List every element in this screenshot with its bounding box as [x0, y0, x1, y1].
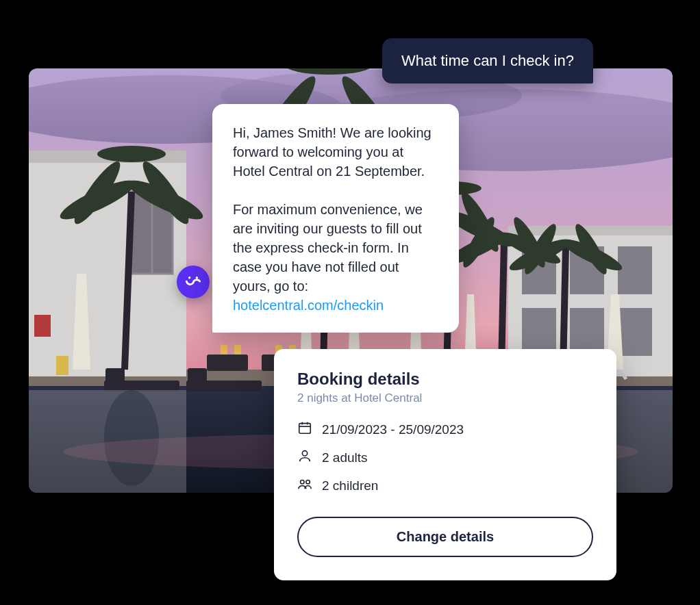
svg-rect-34 — [188, 368, 207, 383]
svg-rect-17 — [618, 246, 652, 294]
people-icon — [297, 476, 312, 495]
booking-title: Booking details — [297, 370, 593, 389]
assistant-logo-icon — [184, 272, 202, 292]
booking-children-row: 2 children — [297, 476, 593, 495]
booking-details-card: Booking details 2 nights at Hotel Centra… — [274, 349, 616, 580]
svg-point-78 — [196, 276, 198, 279]
booking-dates-row: 21/09/2023 - 25/09/2023 — [297, 420, 593, 439]
booking-adults: 2 adults — [322, 450, 368, 465]
svg-point-77 — [188, 276, 190, 279]
assistant-message-card: Hi, James Smith! We are looking forward … — [212, 104, 459, 333]
booking-dates: 21/09/2023 - 25/09/2023 — [322, 422, 464, 437]
user-message-bubble: What time can I check in? — [382, 38, 593, 83]
assistant-body: For maximum convenience, we are inviting… — [233, 200, 438, 315]
booking-adults-row: 2 adults — [297, 448, 593, 467]
user-message-text: What time can I check in? — [401, 52, 574, 69]
checkin-link[interactable]: hotelcentral.com/checkin — [233, 298, 384, 313]
change-details-button[interactable]: Change details — [297, 517, 593, 557]
calendar-icon — [297, 420, 312, 439]
booking-children: 2 children — [322, 478, 378, 493]
assistant-avatar — [177, 266, 210, 298]
person-icon — [297, 448, 312, 467]
assistant-greeting: Hi, James Smith! We are looking forward … — [233, 123, 438, 181]
svg-rect-21 — [207, 355, 248, 371]
svg-rect-12 — [56, 356, 68, 375]
svg-rect-79 — [299, 424, 311, 434]
assistant-body-text: For maximum convenience, we are inviting… — [233, 202, 423, 294]
svg-rect-32 — [105, 368, 125, 383]
booking-subtitle: 2 nights at Hotel Central — [297, 391, 593, 405]
svg-point-83 — [302, 451, 307, 456]
svg-rect-66 — [234, 345, 241, 355]
svg-point-84 — [301, 480, 305, 485]
svg-point-44 — [97, 146, 166, 162]
svg-point-85 — [306, 480, 310, 485]
svg-rect-11 — [34, 315, 51, 337]
svg-rect-20 — [618, 308, 652, 356]
svg-rect-14 — [508, 226, 673, 235]
svg-rect-65 — [221, 345, 227, 355]
svg-point-73 — [104, 390, 159, 486]
